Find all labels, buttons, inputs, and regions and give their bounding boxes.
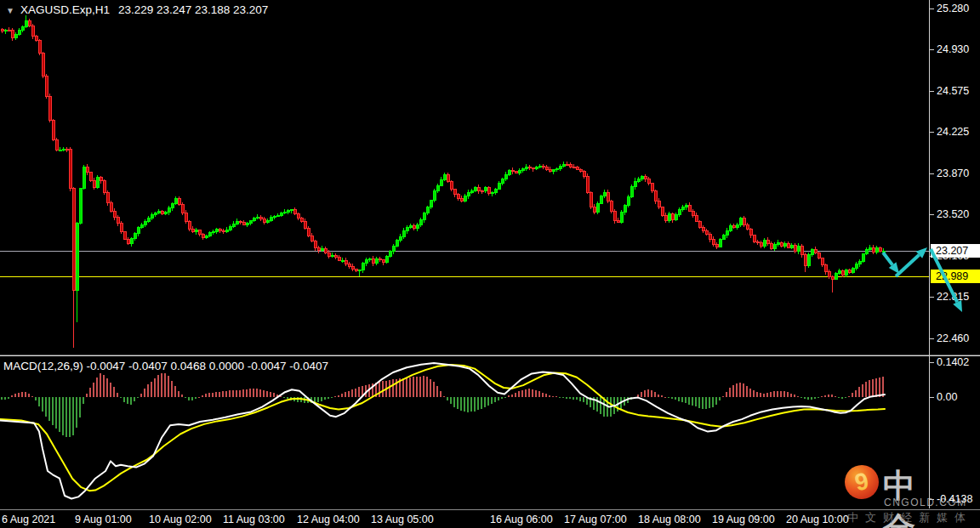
chart-title-bar: ▼XAGUSD.Exp,H123.229 23.247 23.188 23.20… xyxy=(6,3,268,16)
symbol-timeframe-label: XAGUSD.Exp,H1 xyxy=(20,3,110,16)
price-tick-label: 23.520 xyxy=(937,208,969,220)
macd-tick-mark xyxy=(930,362,934,363)
macd-histogram-layer xyxy=(1,373,884,437)
time-axis-label: 10 Aug 02:00 xyxy=(149,514,212,525)
time-axis-label: 18 Aug 08:00 xyxy=(638,514,701,525)
price-tick-mark xyxy=(930,214,934,215)
price-tick-mark xyxy=(930,132,934,133)
macd-main-line xyxy=(0,363,885,499)
price-tick-mark xyxy=(930,9,934,9)
horizontal-level-lines[interactable] xyxy=(0,252,929,277)
candles-layer xyxy=(1,15,885,348)
macd-tick-label: 0.1402 xyxy=(937,356,969,368)
price-tick-label: 22.460 xyxy=(937,332,969,344)
price-tick-label: 23.870 xyxy=(937,167,969,179)
support-level-price-box: 22.989 xyxy=(931,270,980,283)
price-tick-label: 24.225 xyxy=(937,126,969,138)
macd-tick-label: -0.4138 xyxy=(937,493,972,505)
ohlc-values: 23.229 23.247 23.188 23.207 xyxy=(118,3,268,16)
current-price-box: 23.207 xyxy=(931,244,980,258)
price-tick-mark xyxy=(930,91,934,92)
pane-divider-highlight xyxy=(0,355,980,356)
macd-tick-mark xyxy=(930,397,934,398)
time-axis-label: 17 Aug 07:00 xyxy=(564,514,627,525)
time-axis-label: 20 Aug 10:00 xyxy=(786,514,849,525)
price-tick-label: 24.930 xyxy=(937,43,969,55)
price-tick-mark xyxy=(930,338,934,339)
price-tick-label: 22.815 xyxy=(937,291,969,303)
time-axis-label: 13 Aug 05:00 xyxy=(371,514,434,525)
time-axis-label: 6 Aug 2021 xyxy=(2,514,55,525)
time-axis-label: 9 Aug 01:00 xyxy=(75,514,132,525)
macd-indicator-canvas[interactable] xyxy=(0,357,929,508)
time-axis-label: 11 Aug 03:00 xyxy=(223,514,285,525)
macd-indicator-label: MACD(12,26,9) -0.0047 -0.0407 0.0468 0.0… xyxy=(3,360,328,372)
macd-tick-label: 0.00 xyxy=(937,391,957,403)
macd-tick-mark xyxy=(930,499,934,500)
time-axis-label: 19 Aug 09:00 xyxy=(712,514,775,525)
time-axis-label: 16 Aug 06:00 xyxy=(490,514,553,525)
time-axis-label: 12 Aug 04:00 xyxy=(297,514,360,525)
mt4-chart-window: ▼XAGUSD.Exp,H123.229 23.247 23.188 23.20… xyxy=(0,0,980,528)
price-tick-mark xyxy=(930,49,934,50)
price-axis[interactable]: 25.28024.93024.57524.22523.87023.52023.1… xyxy=(930,0,980,508)
price-tick-mark xyxy=(930,173,934,174)
macd-signal-line xyxy=(0,365,885,491)
time-axis[interactable]: 6 Aug 20219 Aug 01:0010 Aug 02:0011 Aug … xyxy=(0,509,980,528)
chart-dropdown-icon[interactable]: ▼ xyxy=(6,6,14,15)
cngold-logo-icon: 9 xyxy=(844,464,880,500)
price-tick-mark xyxy=(930,297,934,298)
price-chart-canvas[interactable] xyxy=(0,0,929,355)
price-tick-label: 25.280 xyxy=(937,3,969,14)
price-tick-label: 24.575 xyxy=(937,85,969,97)
